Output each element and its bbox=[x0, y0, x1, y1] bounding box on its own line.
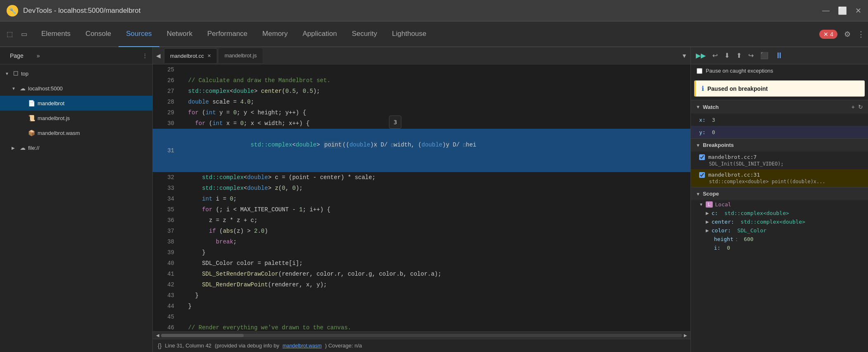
table-row: 35 for (; i < MAX_ITER_COUNT - 1; i++) { bbox=[153, 204, 690, 215]
watch-collapse-arrow: ▼ bbox=[696, 104, 700, 109]
table-row: 28 double scale = 4.0; bbox=[153, 97, 690, 107]
scope-section-header[interactable]: ▼ Scope bbox=[691, 187, 868, 200]
table-row: 34 int i = 0; bbox=[153, 194, 690, 204]
sidebar-more-menu[interactable]: ⋮ bbox=[142, 53, 147, 59]
watch-item-x: x: 3 bbox=[691, 113, 868, 126]
editor-tab-bar: ◀ mandelbrot.cc ✕ mandelbrot.js ▼ bbox=[153, 47, 690, 64]
scope-key-height: height bbox=[714, 236, 733, 242]
tab-application[interactable]: Application bbox=[295, 21, 344, 47]
watch-add-button[interactable]: + bbox=[851, 104, 855, 110]
debugger-panel: ▶▶ ↩ ⬇ ⬆ ↪ ⬛ ⏸ Pause on caught exception… bbox=[690, 47, 868, 352]
titlebar: 🔧 DevTools - localhost:5000/mandelbrot —… bbox=[0, 0, 868, 21]
scroll-thumb[interactable] bbox=[161, 334, 244, 337]
scope-local-header[interactable]: ▼ L Local bbox=[691, 200, 868, 209]
step-into-button[interactable]: ⬇ bbox=[724, 52, 730, 59]
scroll-right-arrow[interactable]: ▶ bbox=[682, 333, 689, 338]
scope-local-arrow: ▼ bbox=[699, 202, 703, 207]
device-toolbar-button[interactable]: ▭ bbox=[18, 28, 31, 40]
table-row: 25 bbox=[153, 64, 690, 75]
scope-type-c: std::complex<double> bbox=[724, 210, 789, 216]
deactivate-breakpoints-button[interactable]: ⬛ bbox=[760, 52, 768, 59]
more-options-button[interactable]: ⋮ bbox=[857, 30, 865, 39]
paused-message: Paused on breakpoint bbox=[707, 85, 768, 92]
table-row: 42 SDL_RenderDrawPoint(renderer, x, y); bbox=[153, 279, 690, 290]
tree-arrow-localhost: ▼ bbox=[12, 86, 17, 91]
resume-button[interactable]: ▶▶ bbox=[696, 52, 706, 59]
watch-val-x: 3 bbox=[712, 117, 715, 123]
tree-item-mandelbrot-js[interactable]: 📜 mandelbrot.js bbox=[0, 111, 152, 125]
table-row: 44 } bbox=[153, 301, 690, 312]
watch-section-header[interactable]: ▼ Watch + ↻ bbox=[691, 100, 868, 113]
tree-label-mandelbrot-wasm: mandelbrot.wasm bbox=[38, 130, 80, 136]
pause-exceptions-row: Pause on caught exceptions bbox=[691, 64, 868, 77]
bp-1-checkbox[interactable] bbox=[699, 154, 705, 160]
scroll-left-arrow[interactable]: ◀ bbox=[154, 333, 161, 338]
page-tab[interactable]: Page bbox=[5, 51, 28, 61]
code-scroll-area[interactable]: 25 26 // Calculate and draw the Mandelbr… bbox=[153, 64, 690, 331]
table-row: 26 // Calculate and draw the Mandelbrot … bbox=[153, 75, 690, 86]
editor-collapse-button[interactable]: ▼ bbox=[681, 52, 687, 59]
debugger-toolbar: ▶▶ ↩ ⬇ ⬆ ↪ ⬛ ⏸ bbox=[691, 47, 868, 64]
tree-item-localhost[interactable]: ▼ ☁ localhost:5000 bbox=[0, 81, 152, 96]
tab-console[interactable]: Console bbox=[78, 21, 119, 47]
breakpoints-section-title: Breakpoints bbox=[703, 142, 734, 148]
step-out-button[interactable]: ⬆ bbox=[736, 52, 742, 59]
inspect-element-button[interactable]: ⬚ bbox=[3, 28, 16, 40]
scope-section-title: Scope bbox=[703, 191, 719, 197]
error-badge-button[interactable]: ✕ 4 bbox=[819, 30, 837, 39]
format-icon[interactable]: {} bbox=[158, 343, 161, 349]
window-controls: — ⬜ ✕ bbox=[822, 6, 861, 15]
scope-arrow-c[interactable]: ▶ bbox=[706, 211, 709, 215]
file-tree: ▼ ☐ top ▼ ☁ localhost:5000 📄 mandelbrot … bbox=[0, 64, 152, 352]
debug-source-link[interactable]: mandelbrot.wasm bbox=[282, 343, 322, 349]
scope-local-badge: L bbox=[706, 201, 713, 208]
breakpoints-section-header[interactable]: ▼ Breakpoints bbox=[691, 138, 868, 151]
table-row: 27 std::complex<double> center(0.5, 0.5)… bbox=[153, 86, 690, 97]
tab-security[interactable]: Security bbox=[344, 21, 384, 47]
watch-key-x: x: bbox=[699, 117, 706, 123]
tree-item-file[interactable]: ▶ ☁ file:// bbox=[0, 140, 152, 155]
watch-key-y: y: bbox=[699, 129, 706, 135]
scope-arrow-center[interactable]: ▶ bbox=[706, 220, 709, 224]
settings-button[interactable]: ⚙ bbox=[844, 30, 851, 39]
sidebar-header: Page » ⋮ bbox=[0, 47, 152, 64]
tree-item-mandelbrot-wasm[interactable]: 📦 mandelbrot.wasm bbox=[0, 125, 152, 140]
tree-item-top[interactable]: ▼ ☐ top bbox=[0, 66, 152, 81]
tree-item-mandelbrot[interactable]: 📄 mandelbrot bbox=[0, 96, 152, 111]
table-row: 41 SDL_SetRenderDrawColor(renderer, colo… bbox=[153, 269, 690, 279]
scope-arrow-color[interactable]: ▶ bbox=[706, 228, 709, 233]
editor-tab-mandelbrot-cc[interactable]: mandelbrot.cc ✕ bbox=[164, 48, 217, 63]
minimize-button[interactable]: — bbox=[822, 6, 830, 15]
file-icon-mandelbrot-wasm: 📦 bbox=[28, 130, 35, 136]
scope-type-center: std::complex<double> bbox=[740, 219, 805, 225]
main-content: Page » ⋮ ▼ ☐ top ▼ ☁ localhost:5000 📄 ma… bbox=[0, 47, 868, 352]
watch-refresh-button[interactable]: ↻ bbox=[858, 104, 863, 110]
editor-back-button[interactable]: ◀ bbox=[156, 52, 161, 59]
bp-1-location: mandelbrot.cc:7 bbox=[708, 154, 757, 160]
file-icon-mandelbrot-js: 📜 bbox=[28, 115, 35, 121]
tab-lighthouse[interactable]: Lighthouse bbox=[384, 21, 434, 47]
bp-1-code: SDL_Init(SDL_INIT_VIDEO); bbox=[699, 161, 860, 167]
tab-memory[interactable]: Memory bbox=[255, 21, 295, 47]
tab-performance[interactable]: Performance bbox=[200, 21, 255, 47]
bp-2-checkbox[interactable] bbox=[699, 172, 705, 178]
tab-network[interactable]: Network bbox=[159, 21, 200, 47]
statusbar: {} Line 31, Column 42 (provided via debu… bbox=[153, 339, 690, 352]
scope-item-i: i: 0 bbox=[691, 243, 868, 252]
maximize-button[interactable]: ⬜ bbox=[838, 6, 847, 15]
table-row: 37 if (abs(z) > 2.0) bbox=[153, 226, 690, 236]
close-icon-mandelbrot-cc[interactable]: ✕ bbox=[207, 53, 211, 59]
pause-caught-exceptions-checkbox[interactable] bbox=[697, 68, 702, 74]
tab-sources[interactable]: Sources bbox=[119, 21, 159, 47]
close-button[interactable]: ✕ bbox=[855, 6, 861, 15]
more-tabs-button[interactable]: » bbox=[32, 51, 45, 61]
scroll-track[interactable] bbox=[161, 334, 682, 337]
editor-tab-mandelbrot-js[interactable]: mandelbrot.js bbox=[219, 48, 263, 63]
step-over-button[interactable]: ↩ bbox=[712, 52, 718, 59]
pause-on-exception-toggle[interactable]: ⏸ bbox=[775, 51, 783, 60]
horizontal-scrollbar[interactable]: ◀ ▶ bbox=[153, 331, 690, 339]
table-row: 40 SDL_Color color = palette[i]; bbox=[153, 258, 690, 269]
step-button[interactable]: ↪ bbox=[748, 52, 754, 59]
scope-item-height: height : 600 bbox=[691, 235, 868, 243]
tab-elements[interactable]: Elements bbox=[34, 21, 78, 47]
